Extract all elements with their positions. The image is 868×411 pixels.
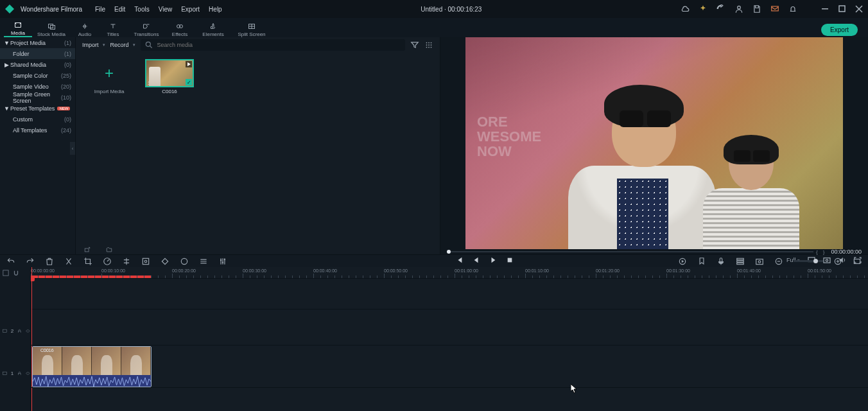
side-tree-item[interactable]: Folder(1) xyxy=(0,48,75,59)
cloud-icon[interactable] xyxy=(681,4,690,13)
zoom-slider[interactable] xyxy=(794,260,823,262)
side-tree-item[interactable]: ▼Preset TemplatesNEW xyxy=(0,103,75,114)
snapshot-icon[interactable] xyxy=(823,257,831,263)
redo-icon[interactable] xyxy=(26,257,35,266)
timeline-ruler[interactable]: 00:00:00:0000:00:10:0000:00:20:0000:00:3… xyxy=(31,267,868,279)
side-tree-item[interactable]: Sample Video(20) xyxy=(0,81,75,92)
lock-icon[interactable] xyxy=(17,371,22,376)
timeline-options-icon[interactable] xyxy=(3,270,9,276)
timeline-clip[interactable]: C0016 xyxy=(32,346,152,387)
filter-icon[interactable] xyxy=(410,40,419,49)
eye-icon[interactable] xyxy=(26,329,30,333)
side-tree-item[interactable]: Sample Green Screen(10) xyxy=(0,92,75,103)
side-tree-item[interactable]: ▶Shared Media(0) xyxy=(0,59,75,70)
mask-icon[interactable] xyxy=(180,257,189,266)
step-back-icon[interactable] xyxy=(456,257,464,263)
color-icon[interactable] xyxy=(122,257,131,266)
folder-icon[interactable] xyxy=(105,247,113,253)
ai-sparkle-icon[interactable] xyxy=(699,4,707,13)
import-media-tile[interactable]: + Import Media xyxy=(85,59,134,94)
tab-transitions[interactable]: Transitions xyxy=(127,18,166,37)
side-tree-item[interactable]: All Templates(24) xyxy=(0,125,75,136)
svg-point-26 xyxy=(144,260,147,263)
snapshot-tl-icon[interactable] xyxy=(755,257,764,266)
zoom-slider-handle[interactable] xyxy=(813,259,818,263)
collapse-sidepanel[interactable]: ‹ xyxy=(70,142,75,155)
window-minimize-icon[interactable] xyxy=(822,5,829,13)
refresh-icon[interactable] xyxy=(716,4,725,13)
svg-point-11 xyxy=(428,42,430,44)
ruler-label: 00:00:00:00 xyxy=(31,268,55,273)
zoom-in-icon[interactable] xyxy=(833,257,842,266)
preview-scrubber[interactable] xyxy=(447,251,813,252)
tab-effects[interactable]: Effects xyxy=(166,18,194,37)
track-header-1[interactable]: 1 xyxy=(0,352,30,394)
tab-audio[interactable]: Audio xyxy=(71,18,99,37)
menu-file[interactable]: File xyxy=(95,6,105,13)
account-icon[interactable] xyxy=(734,4,743,13)
track-1[interactable]: C0016 xyxy=(31,345,868,388)
grid-view-icon[interactable] xyxy=(424,40,433,49)
media-clip-tile[interactable]: 17s ✓ C0016 xyxy=(145,59,194,94)
audio-mixer-icon[interactable] xyxy=(218,257,227,266)
tab-elements[interactable]: Elements xyxy=(194,18,232,37)
delete-icon[interactable] xyxy=(45,257,54,266)
track-manager-icon[interactable] xyxy=(736,257,745,266)
svg-rect-35 xyxy=(737,263,744,264)
window-maximize-icon[interactable] xyxy=(838,5,846,13)
new-bin-icon[interactable] xyxy=(83,247,91,253)
media-search[interactable] xyxy=(141,39,405,51)
record-dropdown[interactable]: Record▾ xyxy=(110,42,135,48)
timeline-tracks[interactable]: 00:00:00:0000:00:10:0000:00:20:0000:00:3… xyxy=(31,267,868,411)
lock-icon[interactable] xyxy=(17,329,22,333)
svg-rect-44 xyxy=(3,372,7,375)
save-icon[interactable] xyxy=(752,4,761,13)
tab-media[interactable]: Media xyxy=(4,18,32,37)
render-icon[interactable] xyxy=(678,257,687,266)
message-icon[interactable] xyxy=(770,4,779,13)
adjust-icon[interactable] xyxy=(199,257,208,266)
undo-icon[interactable] xyxy=(6,257,15,266)
media-search-input[interactable] xyxy=(157,42,401,48)
crop-icon[interactable] xyxy=(83,257,92,266)
ruler-label: 00:01:30:00 xyxy=(666,268,690,273)
marker-icon[interactable] xyxy=(697,257,706,266)
chevron-down-icon: ▾ xyxy=(133,42,135,48)
zoom-fit-icon[interactable] xyxy=(853,257,862,266)
play-back-icon[interactable] xyxy=(473,257,480,263)
green-screen-icon[interactable] xyxy=(141,257,150,266)
window-close-icon[interactable] xyxy=(855,5,863,13)
menu-view[interactable]: View xyxy=(159,6,173,13)
export-button[interactable]: Export xyxy=(821,24,858,36)
bell-icon[interactable] xyxy=(788,4,797,13)
menu-edit[interactable]: Edit xyxy=(114,6,125,13)
magnet-icon[interactable] xyxy=(13,270,19,276)
speed-icon[interactable] xyxy=(103,257,112,266)
tab-split-screen[interactable]: Split Screen xyxy=(232,18,271,37)
keyframe-icon[interactable] xyxy=(161,257,169,266)
zoom-out-icon[interactable] xyxy=(774,257,783,266)
menu-tools[interactable]: Tools xyxy=(134,6,149,13)
side-tree-item[interactable]: Custom(0) xyxy=(0,114,75,125)
menu-help[interactable]: Help xyxy=(209,6,222,13)
track-2[interactable] xyxy=(31,310,868,345)
play-icon[interactable] xyxy=(489,257,497,263)
menu-export[interactable]: Export xyxy=(181,6,200,13)
side-tree-item[interactable]: Sample Color(25) xyxy=(0,70,75,81)
app-name: Wondershare Filmora xyxy=(21,6,82,13)
import-dropdown[interactable]: Import▾ xyxy=(82,42,105,48)
svg-rect-3 xyxy=(839,6,845,12)
side-tree-item[interactable]: ▼Project Media(1) xyxy=(0,37,75,48)
svg-point-14 xyxy=(428,44,430,46)
preview-video[interactable]: ORE WESOME NOW xyxy=(465,37,843,249)
scrubber-handle[interactable] xyxy=(447,250,451,254)
split-icon[interactable] xyxy=(64,257,73,266)
stop-icon[interactable] xyxy=(506,257,514,263)
tab-titles[interactable]: Titles xyxy=(99,18,127,37)
voice-icon[interactable] xyxy=(716,257,725,266)
play-overlay-icon[interactable] xyxy=(186,61,192,67)
svg-rect-45 xyxy=(19,373,21,375)
tab-stock-media[interactable]: Stock Media xyxy=(32,18,71,37)
eye-icon[interactable] xyxy=(26,371,30,376)
track-header-2[interactable]: 2 xyxy=(0,310,30,352)
